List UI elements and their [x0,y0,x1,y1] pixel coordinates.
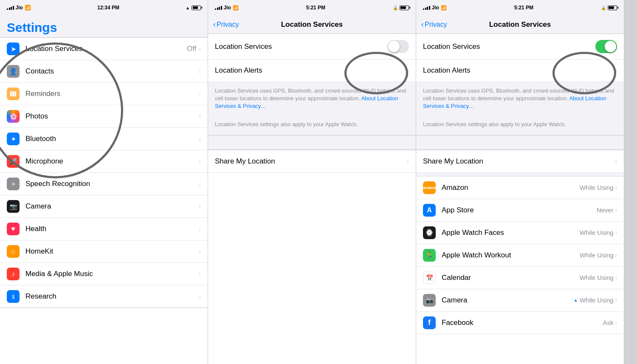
ls-toggle-row-on[interactable]: Location Services [416,34,624,59]
facebook-icon: f [423,316,436,329]
app-row-watchfaces[interactable]: ⌚ Apple Watch Faces While Using › [416,222,624,244]
ls-toggle-label-on: Location Services [423,42,595,51]
back-label-2: Privacy [217,21,239,28]
camera-label: Camera [25,202,199,211]
camera-app-perm: ▲ While Using [574,296,614,304]
carrier-3: Jio [432,5,439,11]
chevron-workout: › [615,252,617,258]
share-location-row-off[interactable]: Share My Location › [208,150,416,172]
ls-description-off: Location Services uses GPS, Bluetooth, a… [208,82,416,117]
chevron-alerts-off: › [407,67,409,74]
chevron-icon-photos: › [199,113,201,120]
status-right-2: 🔒 [393,6,409,10]
chevron-icon-homekit: › [199,248,201,255]
app-row-workout[interactable]: 🏃 Apple Watch Workout While Using › [416,244,624,267]
toggle-knob-off [388,41,400,52]
camera-app-icon: 📷 [423,294,436,307]
status-bar-2: Jio 📶 5:21 PM 🔒 [208,0,416,15]
share-location-label-on: Share My Location [423,157,615,166]
chevron-icon-bluetooth: › [199,135,201,142]
panel-location-off: Jio 📶 5:21 PM 🔒 ‹ Privacy Location Servi… [208,0,416,364]
settings-title: Settings [7,20,201,35]
chevron-watchfaces: › [615,229,617,236]
list-item-photos[interactable]: 🌸 Photos › [0,105,208,128]
list-item-camera[interactable]: 📷 Camera › [0,195,208,218]
camera-icon: 📷 [7,200,20,213]
app-row-appstore[interactable]: A App Store Never › [416,199,624,222]
share-location-section-on: Share My Location › [416,150,624,173]
wifi-icon: 📶 [25,5,31,11]
research-icon: ||| [7,290,20,303]
battery-icon [192,6,201,10]
list-item-homekit[interactable]: ⌂ HomeKit › [0,240,208,263]
chevron-icon-contacts: › [199,68,201,75]
signal-icon-3 [423,6,430,10]
microphone-icon: 🎤 [7,155,20,168]
homekit-icon: ⌂ [7,245,20,258]
settings-header: Settings [0,15,208,37]
amazon-name: Amazon [442,183,580,192]
status-bar-1: Jio 📶 12:34 PM ▲ [0,0,208,15]
location-toggle-off[interactable] [387,40,409,53]
calendar-perm: While Using [580,274,614,281]
ls-toggle-row-off[interactable]: Location Services [208,34,416,59]
facebook-perm: Ask [603,319,614,326]
music-icon: ♪ [7,268,20,280]
ls-alerts-row-on[interactable]: Location Alerts › [416,59,624,82]
list-item-music[interactable]: ♪ Media & Apple Music › [0,263,208,285]
time-3: 5:21 PM [514,5,533,11]
back-button-3[interactable]: ‹ Privacy [421,20,447,29]
location-services-label: Location Services [25,45,187,53]
watchfaces-icon: ⌚ [423,226,436,239]
lock-icon-2: 🔒 [393,6,398,10]
location-icon: ▲ [186,6,190,10]
list-item-microphone[interactable]: 🎤 Microphone › [0,150,208,173]
list-item-location-services[interactable]: ➤ Location Services Off › [0,38,208,60]
chevron-icon-reminders: › [199,90,201,97]
contacts-label: Contacts [25,67,199,76]
nav-title-3: Location Services [489,20,551,29]
panel-location-on: Jio 📶 5:21 PM 🔒 ‹ Privacy Location Servi… [416,0,624,364]
wifi-icon-3: 📶 [441,5,447,11]
list-item-bluetooth[interactable]: ✦ Bluetooth › [0,128,208,150]
app-row-calendar[interactable]: 📅 Calendar While Using › [416,267,624,289]
ls-toggle-section-on: Location Services Location Alerts › [416,34,624,82]
location-toggle-on[interactable] [595,40,617,53]
speech-label: Speech Recognition [25,180,199,188]
status-right-3: 🔒 [601,6,617,10]
chevron-share-off: › [407,158,409,165]
chevron-icon-camera: › [199,203,201,210]
signal-icon [7,6,14,10]
ls-alerts-row-off[interactable]: Location Alerts › [208,59,416,82]
section-divider-on [416,135,624,150]
carrier-label: Jio [16,5,23,11]
list-item-speech[interactable]: ≋ Speech Recognition › [0,173,208,195]
camera-app-name: Camera [442,296,574,305]
amazon-icon: amazon [423,181,436,194]
chevron-icon-speech: › [199,181,201,187]
ls-alerts-label-off: Location Alerts [215,66,407,75]
watchfaces-name: Apple Watch Faces [442,229,580,237]
list-item-reminders[interactable]: Reminders › [0,83,208,105]
time-display-1: 12:34 PM [97,5,119,11]
appstore-icon: A [423,204,436,217]
workout-icon: 🏃 [423,249,436,262]
chevron-facebook: › [615,319,617,326]
chevron-icon-music: › [199,271,201,277]
list-item-research[interactable]: ||| Research › [0,285,208,308]
calendar-name: Calendar [442,274,580,282]
chevron-calendar: › [615,274,617,281]
contacts-icon: 👤 [7,65,20,78]
app-row-camera-app[interactable]: 📷 Camera ▲ While Using › [416,289,624,312]
list-item-health[interactable]: ♥ Health › [0,218,208,240]
list-item-contacts[interactable]: 👤 Contacts › [0,60,208,83]
chevron-appstore: › [615,207,617,213]
ls-toggle-section-off: Location Services Location Alerts › [208,34,416,82]
chevron-icon-microphone: › [199,158,201,165]
carrier-2: Jio [224,5,231,11]
share-location-row-on[interactable]: Share My Location › [416,150,624,172]
back-button-2[interactable]: ‹ Privacy [213,20,239,29]
ls-desc-bottom-on: Location Services settings also apply to… [416,117,624,135]
app-row-facebook[interactable]: f Facebook Ask › [416,312,624,334]
app-row-amazon[interactable]: amazon Amazon While Using › [416,177,624,199]
